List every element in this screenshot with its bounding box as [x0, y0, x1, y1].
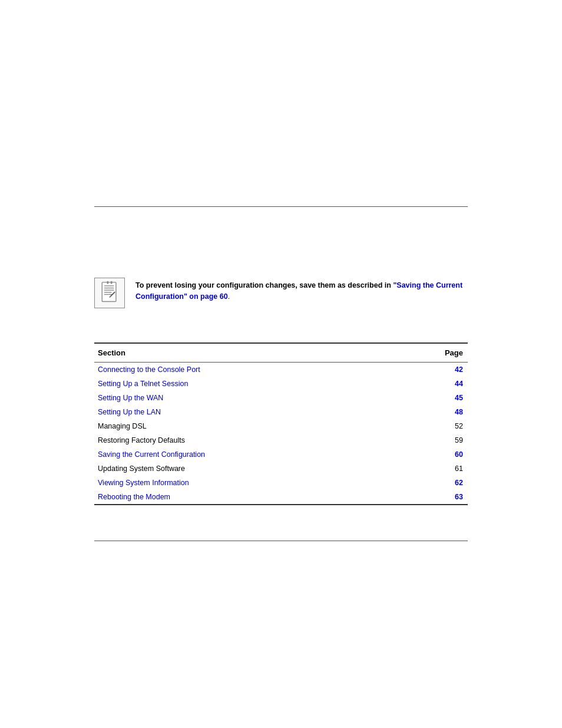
table-row: Saving the Current Configuration60 [94, 447, 468, 462]
note-icon [94, 278, 125, 308]
middle-section: To prevent losing your configuration cha… [0, 207, 562, 325]
table-cell-section[interactable]: Saving the Current Configuration [94, 447, 397, 462]
table-cell-section[interactable]: Setting Up the LAN [94, 405, 397, 419]
notepad-icon [99, 281, 120, 305]
table-cell-section[interactable]: Rebooting the Modem [94, 490, 397, 505]
svg-rect-4 [104, 292, 112, 292]
svg-rect-3 [104, 290, 114, 291]
table-cell-page[interactable]: 63 [397, 490, 468, 505]
note-box: To prevent losing your configuration cha… [94, 278, 468, 308]
col-header-page: Page [397, 343, 468, 363]
table-cell-page: 59 [397, 433, 468, 447]
table-row: Rebooting the Modem63 [94, 490, 468, 505]
bottom-rule [94, 541, 468, 541]
page-container: To prevent losing your configuration cha… [0, 0, 562, 728]
table-cell-page: 61 [397, 462, 468, 476]
top-section [0, 0, 562, 206]
table-cell-section: Updating System Software [94, 462, 397, 476]
table-cell-section: Managing DSL [94, 419, 397, 433]
table-cell-page[interactable]: 45 [397, 391, 468, 405]
table-cell-section: Restoring Factory Defaults [94, 433, 397, 447]
table-row: Updating System Software61 [94, 462, 468, 476]
table-cell-page[interactable]: 42 [397, 363, 468, 377]
note-end: . [228, 292, 230, 301]
table-cell-section[interactable]: Setting Up the WAN [94, 391, 397, 405]
table-cell-page[interactable]: 60 [397, 447, 468, 462]
table-section: Section Page Connecting to the Console P… [94, 342, 468, 505]
table-cell-section[interactable]: Viewing System Information [94, 476, 397, 490]
table-row: Restoring Factory Defaults59 [94, 433, 468, 447]
table-row: Managing DSL52 [94, 419, 468, 433]
toc-table: Section Page Connecting to the Console P… [94, 342, 468, 505]
note-bold: To prevent losing your configuration cha… [135, 281, 393, 289]
svg-rect-8 [107, 281, 108, 284]
svg-rect-1 [104, 285, 114, 286]
table-row: Setting Up the WAN45 [94, 391, 468, 405]
svg-rect-9 [111, 281, 113, 284]
bottom-area [0, 541, 562, 647]
table-cell-page: 52 [397, 419, 468, 433]
table-cell-page[interactable]: 44 [397, 377, 468, 391]
note-text: To prevent losing your configuration cha… [135, 278, 468, 302]
table-cell-page[interactable]: 62 [397, 476, 468, 490]
col-header-section: Section [94, 343, 397, 363]
table-cell-page[interactable]: 48 [397, 405, 468, 419]
table-cell-section[interactable]: Setting Up a Telnet Session [94, 377, 397, 391]
table-row: Setting Up a Telnet Session44 [94, 377, 468, 391]
table-row: Connecting to the Console Port42 [94, 363, 468, 377]
table-cell-section[interactable]: Connecting to the Console Port [94, 363, 397, 377]
table-row: Viewing System Information62 [94, 476, 468, 490]
svg-rect-2 [104, 288, 114, 288]
table-row: Setting Up the LAN48 [94, 405, 468, 419]
